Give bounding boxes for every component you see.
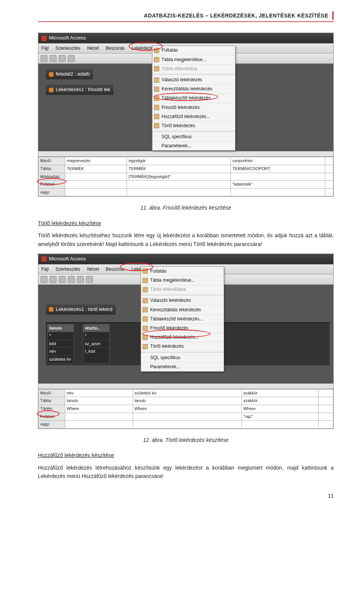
dd-item-frissito[interactable]: Frissítő lekérdezés (152, 103, 235, 112)
dd-item-sql[interactable]: SQL specifikus (152, 132, 235, 142)
toolbar-button[interactable] (86, 276, 93, 283)
dd-item-tabla-megjelenites[interactable]: Tábla megjelenítése... (152, 55, 235, 65)
app-title: Microsoft Access (49, 34, 86, 42)
menu-beszuras[interactable]: Beszúrás (104, 44, 126, 52)
grid-label-mezo: Mező: (39, 157, 65, 165)
dd-item-sql[interactable]: SQL specifikus (141, 353, 224, 363)
horizontal-scrollbar[interactable] (38, 383, 333, 389)
table-title: tanulo (48, 325, 74, 332)
table-field[interactable]: születési év (48, 355, 74, 363)
toolbar-button[interactable] (50, 55, 56, 62)
grid-cell[interactable]: csoportnév (231, 157, 325, 165)
table-tanulo[interactable]: tanulo * kód név születési év (47, 324, 74, 364)
grid-cell[interactable]: Where (65, 405, 133, 413)
separator (141, 352, 224, 353)
update-query-icon (143, 326, 148, 331)
separator (152, 74, 235, 75)
grid-cell[interactable]: szakkör (242, 389, 318, 397)
dd-item-tablakeszito[interactable]: Táblakészítő lekérdezés... (141, 315, 224, 324)
menu-nezet[interactable]: Nézet (86, 265, 100, 273)
dd-item-valaszto[interactable]: Választó lekérdezés (141, 296, 224, 305)
dd-item-keresztablas[interactable]: Kereszttáblás lekérdezés (141, 306, 224, 315)
app-titlebar: Microsoft Access (38, 254, 333, 264)
section-torlo-title: Törlő lekérdezés készítése (38, 219, 334, 227)
grid-cell[interactable]: tanulo (133, 397, 242, 405)
select-query-icon (143, 298, 148, 303)
dd-item-frissito[interactable]: Frissítő lekérdezés (141, 324, 224, 333)
menu-beszuras[interactable]: Beszúrás (104, 265, 126, 273)
append-query-icon (154, 114, 159, 119)
dd-item-futtatas[interactable]: Futtatás (152, 46, 235, 55)
grid-cell[interactable]: TERMÉK (65, 165, 127, 173)
grid-cell[interactable]: megnevezés (65, 157, 127, 165)
table-field[interactable]: név (48, 347, 74, 355)
table-field[interactable]: t_kód (83, 347, 109, 355)
menu-szerkesztes[interactable]: Szerkesztés (54, 44, 82, 52)
grid-cell[interactable]: tanulo (65, 397, 133, 405)
grid-cell[interactable]: Where (242, 405, 318, 413)
table-field[interactable]: * (48, 332, 74, 340)
dd-item-hozzafuzo[interactable]: Hozzáfűző lekérdezés... (141, 333, 224, 342)
dd-item-tabla-megjelenites[interactable]: Tábla megjelenítése... (141, 276, 224, 285)
grid-cell[interactable] (133, 413, 242, 421)
toolbar-button[interactable] (59, 276, 66, 283)
menu-nezet[interactable]: Nézet (86, 44, 100, 52)
menu-szerkesztes[interactable]: Szerkesztés (54, 265, 82, 273)
toolbar-button[interactable] (68, 276, 75, 283)
grid-cell[interactable] (65, 413, 133, 421)
horizontal-scrollbar[interactable] (38, 151, 333, 156)
toolbar-button[interactable] (50, 276, 56, 283)
query-design-grid: Mező: név születési év szakkör Tábla: ta… (38, 389, 333, 429)
table-resztv[interactable]: résztv... * sz_azon t_kód (83, 324, 110, 364)
grid-cell[interactable]: "rajz" (242, 413, 318, 421)
dd-item-parameterek[interactable]: Paraméterek... (152, 142, 235, 150)
access-logo-icon (41, 256, 47, 262)
grid-cell[interactable] (65, 173, 127, 181)
toolbar-button[interactable] (68, 55, 75, 62)
toolbar-button[interactable] (41, 55, 47, 62)
grid-label-tabla: Tábla: (39, 397, 65, 405)
grid-cell[interactable]: Where (133, 405, 242, 413)
grid-cell[interactable]: TERMÉKCSOPORT (231, 165, 325, 173)
screenshot-12: Microsoft Access Fájl Szerkesztés Nézet … (38, 254, 334, 429)
grid-cell[interactable] (65, 181, 127, 189)
grid-cell[interactable]: név (65, 389, 133, 397)
grid-label-torles: Törlés: (39, 405, 65, 413)
grid-label-mezo: Mező: (39, 389, 65, 397)
dd-item-hozzafuzo[interactable]: Hozzáfűző lekérdezés... (152, 112, 235, 121)
table-title: résztv... (83, 325, 109, 332)
child-window-title: feladat2 : adatb (56, 70, 90, 78)
menu-fajl[interactable]: Fájl (40, 44, 50, 52)
grid-cell[interactable]: TERMÉK (127, 165, 231, 173)
dd-item-tablakeszito[interactable]: Táblakészítő lekérdezés... (152, 94, 235, 103)
toolbar-button[interactable] (41, 276, 47, 283)
grid-cell[interactable] (231, 173, 325, 181)
table-field[interactable]: * (83, 332, 109, 340)
remove-table-icon (154, 66, 159, 71)
grid-label-tabla: Tábla: (39, 165, 65, 173)
dd-item-torlo[interactable]: Törlő lekérdezés (152, 121, 235, 131)
table-field[interactable]: sz_azon (83, 340, 109, 348)
page-number: 11 (38, 492, 334, 500)
grid-cell[interactable]: születési év (133, 389, 242, 397)
table-field[interactable]: kód (48, 340, 74, 348)
show-table-icon (143, 278, 148, 283)
menu-fajl[interactable]: Fájl (40, 265, 50, 273)
grid-cell[interactable]: [TERMÉK]![egységár]* (127, 173, 231, 181)
dd-item-futtatas[interactable]: Futtatás (141, 267, 224, 276)
grid-cell[interactable]: egységár (127, 157, 231, 165)
child-window-feladat2[interactable]: feladat2 : adatb (46, 69, 93, 79)
grid-cell[interactable] (127, 181, 231, 189)
child-window-lekerdezes1[interactable]: Lekérdezés1 : törlő lekérd (46, 304, 116, 315)
toolbar-button[interactable] (59, 55, 66, 62)
grid-label-vagy: vagy: (39, 188, 65, 196)
child-window-lekerdezes1[interactable]: Lekérdezés1 : frissítő lek (46, 85, 113, 95)
grid-cell[interactable]: "tejtermék" (231, 181, 325, 189)
dd-item-keresztablas[interactable]: Kereszttáblás lekérdezés (152, 85, 235, 94)
dd-item-torlo[interactable]: Törlő lekérdezés (141, 342, 224, 351)
toolbar-button[interactable] (77, 276, 84, 283)
run-icon (154, 48, 159, 53)
dd-item-parameterek[interactable]: Paraméterek... (141, 363, 224, 371)
grid-cell[interactable]: szakkör (242, 397, 318, 405)
dd-item-valaszto[interactable]: Választó lekérdezés (152, 76, 235, 85)
